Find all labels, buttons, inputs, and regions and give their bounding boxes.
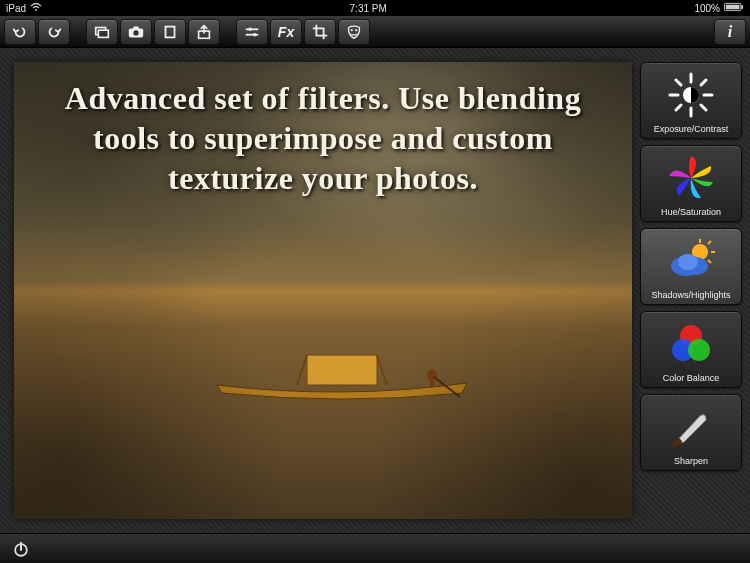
brightness-icon bbox=[665, 69, 717, 121]
svg-point-15 bbox=[351, 29, 353, 31]
svg-line-35 bbox=[708, 241, 711, 244]
filter-hue-saturation[interactable]: Hue/Saturation bbox=[640, 145, 742, 222]
battery-icon bbox=[724, 2, 744, 14]
power-button[interactable] bbox=[8, 538, 34, 560]
filter-shadows-highlights[interactable]: Shadows/Highlights bbox=[640, 228, 742, 305]
status-bar: iPad 7:31 PM 100% bbox=[0, 0, 750, 16]
bottom-bar bbox=[0, 533, 750, 563]
wifi-icon bbox=[30, 2, 42, 14]
crop-button[interactable] bbox=[304, 19, 336, 45]
filter-label: Shadows/Highlights bbox=[651, 290, 730, 300]
adjust-button[interactable] bbox=[236, 19, 268, 45]
svg-point-42 bbox=[688, 339, 710, 361]
battery-pct: 100% bbox=[694, 3, 720, 14]
knife-icon bbox=[665, 401, 717, 453]
filter-sharpen[interactable]: Sharpen bbox=[640, 394, 742, 471]
filter-color-balance[interactable]: Color Balance bbox=[640, 311, 742, 388]
filter-label: Color Balance bbox=[663, 373, 720, 383]
rgb-circles-icon bbox=[665, 318, 717, 370]
canvas[interactable]: Advanced set of filters. Use blending to… bbox=[14, 62, 632, 519]
svg-point-14 bbox=[253, 32, 257, 36]
svg-rect-2 bbox=[741, 5, 743, 9]
svg-line-36 bbox=[708, 260, 711, 263]
filter-label: Sharpen bbox=[674, 456, 708, 466]
svg-point-7 bbox=[133, 30, 138, 35]
main-area: Advanced set of filters. Use blending to… bbox=[0, 48, 750, 533]
filter-label: Hue/Saturation bbox=[661, 207, 721, 217]
top-toolbar: Fx i bbox=[0, 16, 750, 48]
svg-line-30 bbox=[676, 105, 681, 110]
clock: 7:31 PM bbox=[350, 3, 387, 14]
share-button[interactable] bbox=[188, 19, 220, 45]
svg-point-0 bbox=[35, 9, 37, 11]
svg-point-12 bbox=[248, 27, 252, 31]
aspect-button[interactable] bbox=[154, 19, 186, 45]
svg-point-16 bbox=[355, 29, 357, 31]
mask-button[interactable] bbox=[338, 19, 370, 45]
svg-rect-8 bbox=[133, 26, 138, 29]
overlay-text: Advanced set of filters. Use blending to… bbox=[44, 78, 602, 198]
filter-label: Exposure/Contrast bbox=[654, 124, 729, 134]
svg-line-28 bbox=[676, 80, 681, 85]
info-button[interactable]: i bbox=[714, 19, 746, 45]
layers-button[interactable] bbox=[86, 19, 118, 45]
svg-line-29 bbox=[701, 105, 706, 110]
svg-rect-3 bbox=[726, 5, 740, 10]
carrier-label: iPad bbox=[6, 3, 26, 14]
filters-panel: Exposure/Contrast bbox=[638, 48, 750, 533]
camera-button[interactable] bbox=[120, 19, 152, 45]
rainbow-swirl-icon bbox=[665, 152, 717, 204]
info-label: i bbox=[728, 23, 732, 41]
cloud-sun-icon bbox=[665, 235, 717, 287]
svg-rect-9 bbox=[166, 26, 175, 37]
redo-button[interactable] bbox=[38, 19, 70, 45]
filter-exposure-contrast[interactable]: Exposure/Contrast bbox=[640, 62, 742, 139]
fx-button[interactable]: Fx bbox=[270, 19, 302, 45]
svg-line-31 bbox=[701, 80, 706, 85]
svg-rect-5 bbox=[98, 30, 108, 37]
undo-button[interactable] bbox=[4, 19, 36, 45]
svg-point-39 bbox=[678, 254, 698, 270]
fx-label: Fx bbox=[278, 24, 294, 40]
